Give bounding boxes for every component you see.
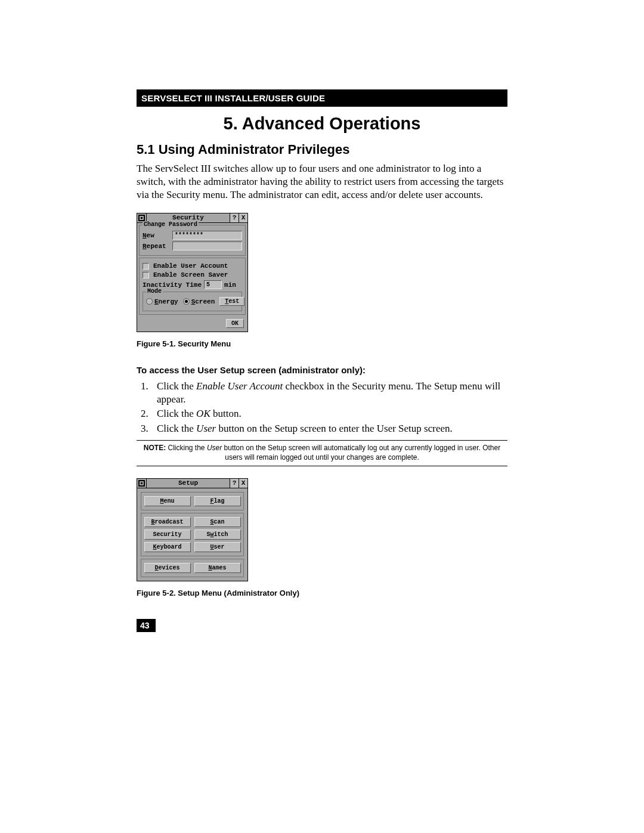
user-button[interactable]: User	[194, 542, 241, 552]
inactivity-time-label: Inactivity Time	[143, 281, 202, 289]
repeat-password-input[interactable]	[172, 241, 242, 250]
inactivity-unit: min	[224, 281, 236, 289]
broadcast-button[interactable]: Broadcast	[144, 517, 191, 527]
help-button[interactable]: ?	[230, 213, 239, 222]
section-title: 5.1 Using Administrator Privileges	[137, 142, 507, 157]
repeat-password-label: Repeat	[143, 243, 170, 250]
names-button[interactable]: Names	[194, 563, 241, 573]
change-password-label: Change Password	[143, 221, 199, 228]
svg-rect-2	[141, 217, 143, 219]
mode-group: Mode Energy Screen Test	[143, 292, 242, 311]
screen-radio[interactable]: Screen	[183, 298, 215, 305]
new-password-input[interactable]: ********	[172, 231, 242, 240]
checkbox-icon	[143, 272, 149, 278]
switch-button[interactable]: Switch	[194, 529, 241, 540]
page-number: 43	[137, 619, 156, 632]
radio-icon	[183, 298, 190, 305]
enable-screen-saver-label: Enable Screen Saver	[153, 271, 228, 278]
setup-group-3: Devices Names	[141, 559, 244, 577]
scan-button[interactable]: Scan	[194, 517, 241, 527]
step-2: Click the OK button.	[151, 407, 507, 420]
keyboard-button[interactable]: Keyboard	[144, 542, 191, 552]
setup-title: Setup	[147, 479, 230, 488]
test-button[interactable]: Test	[219, 297, 244, 306]
figure-1-caption: Figure 5-1. Security Menu	[137, 339, 507, 348]
step-1: Click the Enable User Account checkbox i…	[151, 380, 507, 406]
enable-user-account-checkbox[interactable]: Enable User Account	[143, 262, 242, 270]
setup-group-1: Menu Flag	[141, 492, 244, 510]
setup-titlebar: Setup ? X	[137, 479, 247, 488]
close-button[interactable]: X	[239, 213, 247, 222]
mode-label: Mode	[146, 288, 163, 295]
note-label: NOTE:	[144, 444, 166, 452]
note-block: NOTE: Clicking the User button on the Se…	[137, 440, 507, 466]
setup-dialog: Setup ? X Menu Flag Broadcast Scan	[137, 478, 248, 581]
guide-header: SERVSELECT III INSTALLER/USER GUIDE	[137, 89, 507, 107]
radio-icon	[146, 298, 153, 305]
steps-list: Click the Enable User Account checkbox i…	[137, 380, 507, 435]
access-user-setup-heading: To access the User Setup screen (adminis…	[137, 365, 507, 375]
ok-button[interactable]: OK	[226, 319, 244, 328]
enable-user-account-label: Enable User Account	[153, 262, 228, 270]
security-button[interactable]: Security	[144, 529, 191, 540]
svg-rect-5	[141, 482, 143, 484]
close-button[interactable]: X	[239, 479, 247, 488]
screen-label: Screen	[191, 298, 215, 305]
checkbox-icon	[143, 263, 149, 270]
flag-button[interactable]: Flag	[194, 496, 241, 506]
new-password-label: New	[143, 232, 170, 239]
inactivity-time-input[interactable]: 5	[204, 280, 222, 289]
menu-button[interactable]: Menu	[144, 496, 191, 506]
chapter-title: 5. Advanced Operations	[137, 114, 507, 134]
energy-radio[interactable]: Energy	[146, 298, 178, 305]
window-logo-icon	[137, 479, 147, 488]
security-dialog: Security ? X Change Password New *******…	[137, 213, 248, 332]
figure-setup-menu: Setup ? X Menu Flag Broadcast Scan	[137, 478, 507, 597]
figure-security-menu: Security ? X Change Password New *******…	[137, 213, 507, 348]
change-password-group: Change Password New ******** Repeat	[139, 225, 246, 256]
intro-paragraph: The ServSelect III switches allow up to …	[137, 162, 507, 201]
energy-label: Energy	[154, 298, 178, 305]
devices-button[interactable]: Devices	[144, 563, 191, 573]
step-3: Click the User button on the Setup scree…	[151, 422, 507, 435]
help-button[interactable]: ?	[230, 479, 239, 488]
figure-2-caption: Figure 5-2. Setup Menu (Administrator On…	[137, 589, 507, 597]
options-group: Enable User Account Enable Screen Saver …	[139, 258, 246, 315]
setup-group-2: Broadcast Scan Security Switch Keyboard …	[141, 513, 244, 556]
enable-screen-saver-checkbox[interactable]: Enable Screen Saver	[143, 271, 242, 278]
